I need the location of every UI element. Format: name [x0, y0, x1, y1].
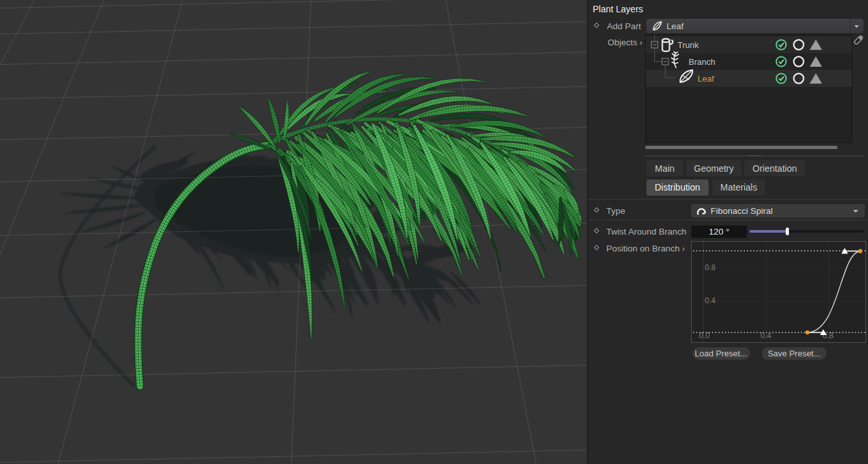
svg-text:Trunk: Trunk	[678, 40, 699, 50]
svg-text:Leaf: Leaf	[698, 74, 714, 84]
svg-text:0.4: 0.4	[760, 331, 771, 340]
svg-text:0.4: 0.4	[705, 296, 716, 305]
svg-text:0.0: 0.0	[699, 331, 710, 340]
svg-text:Branch: Branch	[689, 57, 715, 67]
svg-text:0.8: 0.8	[705, 263, 716, 272]
